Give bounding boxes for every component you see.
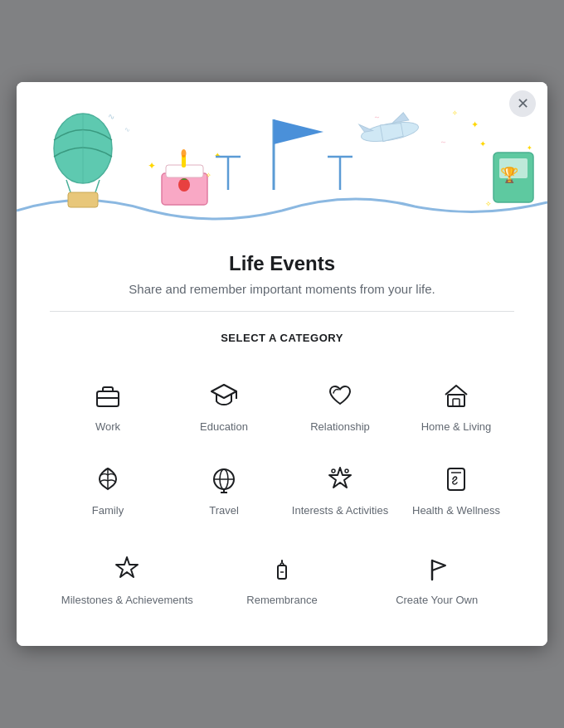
svg-text:✧: ✧: [485, 200, 492, 208]
svg-point-10: [182, 149, 187, 158]
svg-marker-37: [212, 385, 236, 398]
life-events-modal: ✕ ∿ ∿ ✦: [17, 82, 547, 647]
milestones-icon: [109, 551, 145, 587]
category-grid-row3: Milestones & Achievements Remembrance: [50, 537, 514, 621]
category-create-own[interactable]: Create Your Own: [359, 537, 514, 621]
create-own-icon: [419, 551, 455, 587]
section-title: SELECT A CATEGORY: [50, 332, 514, 344]
svg-point-49: [332, 469, 335, 473]
category-grid-row1: Work Education: [50, 364, 514, 448]
svg-text:✦: ✦: [214, 151, 221, 160]
travel-icon: [206, 461, 242, 497]
svg-text:～: ～: [373, 113, 381, 121]
category-milestones[interactable]: Milestones & Achievements: [50, 537, 205, 621]
illustration-area: ∿ ∿ ✦ ✦ ✧: [17, 82, 547, 235]
modal-title: Life Events: [50, 252, 514, 275]
work-icon: [90, 377, 126, 414]
svg-rect-40: [453, 399, 459, 406]
category-home-living[interactable]: Home & Living: [398, 364, 514, 448]
interests-activities-label: Interests & Activities: [292, 504, 388, 518]
modal-body: SELECT A CATEGORY Work: [17, 312, 547, 647]
category-education[interactable]: Education: [166, 364, 282, 448]
svg-text:∿: ∿: [108, 112, 114, 121]
relationship-icon: [322, 377, 358, 414]
category-health-wellness[interactable]: Health & Wellness: [398, 448, 514, 531]
remembrance-label: Remembrance: [246, 594, 317, 608]
svg-marker-47: [329, 468, 351, 488]
svg-rect-39: [448, 395, 464, 406]
category-interests-activities[interactable]: Interests & Activities: [282, 448, 398, 531]
home-living-label: Home & Living: [421, 420, 492, 434]
category-relationship[interactable]: Relationship: [282, 364, 398, 448]
svg-line-1: [66, 180, 70, 192]
work-label: Work: [95, 420, 120, 434]
svg-text:✧: ✧: [452, 109, 458, 117]
relationship-label: Relationship: [310, 420, 370, 434]
remembrance-icon: [264, 551, 300, 587]
svg-line-2: [95, 180, 100, 192]
modal-header: Life Events Share and remember important…: [17, 235, 547, 312]
svg-text:∿: ∿: [124, 126, 130, 133]
education-icon: [206, 377, 242, 414]
family-icon: [90, 461, 126, 497]
health-wellness-label: Health & Wellness: [412, 504, 500, 518]
education-label: Education: [200, 420, 248, 434]
svg-text:✦: ✦: [479, 139, 486, 148]
svg-rect-3: [68, 192, 98, 207]
create-own-label: Create Your Own: [396, 594, 478, 608]
svg-text:✦: ✦: [148, 160, 156, 172]
modal-subtitle: Share and remember important moments fro…: [50, 282, 514, 296]
svg-marker-23: [391, 112, 408, 123]
illustration-svg: ∿ ∿ ✦ ✦ ✧: [17, 82, 547, 235]
svg-text:✧: ✧: [206, 172, 212, 179]
health-wellness-icon: [438, 461, 474, 497]
close-icon: ✕: [517, 95, 529, 113]
milestones-label: Milestones & Achievements: [61, 594, 193, 608]
interests-activities-icon: [322, 461, 358, 497]
category-family[interactable]: Family: [50, 448, 166, 531]
close-button[interactable]: ✕: [509, 90, 536, 117]
svg-marker-24: [359, 122, 373, 132]
category-work[interactable]: Work: [50, 364, 166, 448]
category-travel[interactable]: Travel: [166, 448, 282, 531]
svg-marker-16: [274, 119, 323, 144]
svg-marker-52: [116, 557, 138, 577]
svg-text:🏆: 🏆: [500, 166, 519, 184]
travel-label: Travel: [209, 504, 239, 518]
svg-text:～: ～: [440, 138, 447, 146]
svg-text:✦: ✦: [527, 144, 532, 152]
svg-point-48: [345, 469, 348, 473]
category-remembrance[interactable]: Remembrance: [205, 537, 360, 621]
svg-point-11: [178, 178, 190, 192]
family-label: Family: [92, 504, 124, 518]
category-grid-row2: Family Travel: [50, 448, 514, 531]
svg-text:✦: ✦: [471, 119, 479, 129]
home-living-icon: [438, 377, 474, 414]
